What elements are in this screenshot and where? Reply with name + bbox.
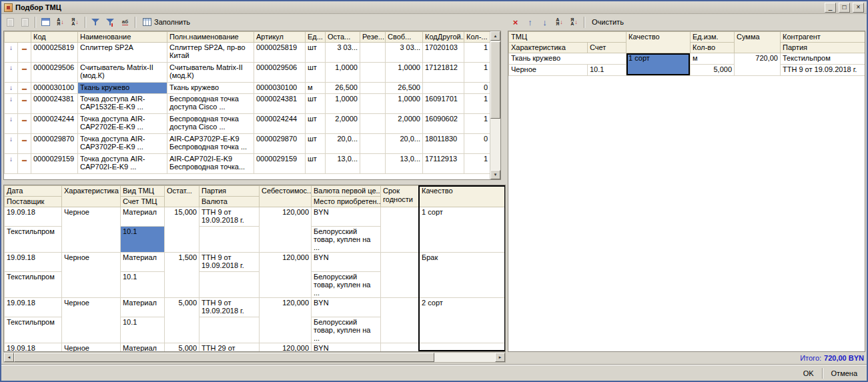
cell-supplier[interactable]: Текстильпром (5, 272, 62, 298)
scroll-left-button[interactable]: ◄ (4, 353, 14, 362)
cell-cost[interactable]: 120,000 (260, 343, 312, 353)
cell-date[interactable]: 19.09.18 (5, 298, 62, 317)
cell-account[interactable]: 10.1 (121, 317, 165, 343)
cell-code[interactable]: 0000030100 (31, 83, 78, 94)
cell-name[interactable]: Точка доступа AIR-CAP3702P-E-K9 ... (78, 134, 167, 154)
cell-name-selected[interactable]: Ткань кружево (78, 83, 167, 94)
cell-supplier[interactable]: Текстильпром (5, 227, 62, 253)
cell-shelf-life[interactable] (381, 207, 420, 253)
scroll-down-button[interactable]: ▼ (490, 170, 500, 179)
cell-characteristic[interactable]: Черное (62, 298, 121, 343)
cell-first-currency[interactable]: BYN (312, 343, 381, 353)
cell-account-selected[interactable]: 10.1 (121, 227, 165, 253)
cell-full-name[interactable]: Беспроводная точка доступа Cisco ... (167, 114, 254, 134)
cell-rest[interactable]: 20,0... (326, 134, 360, 154)
goods-row-selected[interactable]: ↓ ▬ 0000030100 Ткань кружево Ткань круже… (5, 83, 490, 94)
cell-quality[interactable]: 2 сорт (420, 298, 506, 343)
scroll-thumb[interactable] (14, 353, 434, 362)
cell-date[interactable]: 19.09.18 (5, 343, 62, 353)
cell-place[interactable]: Белорусский товар, куплен на ... (312, 317, 381, 343)
cell-qty[interactable]: 1 (464, 43, 490, 63)
cell-name[interactable]: Точка доступа AIR-CAP2702E-E-K9 ... (78, 114, 167, 134)
cell-sum[interactable]: 720,00 (735, 53, 781, 76)
cell-free[interactable]: 1,0000 (386, 63, 423, 83)
cell-first-currency[interactable]: BYN (312, 207, 381, 227)
cell-full-name[interactable]: Считыватель Matrix-II (мод.К) (167, 63, 254, 83)
find-button[interactable]: аб (118, 15, 132, 29)
sort-desc-button[interactable]: ЯА ↓ (68, 15, 82, 29)
cell-reserve[interactable] (360, 43, 386, 63)
move-down-button[interactable]: ↓ (538, 15, 552, 29)
cell-date[interactable]: 19.09.18 (5, 253, 62, 272)
ok-button[interactable]: OK (797, 368, 821, 379)
scroll-up-button[interactable]: ▲ (490, 31, 500, 41)
maximize-button[interactable]: □ (839, 3, 850, 13)
cell-tmc[interactable]: Ткань кружево (509, 53, 626, 65)
cell-unit[interactable]: шт (306, 94, 326, 114)
cell-batch[interactable]: ТТН 9 от 19.09.2018 г. (199, 253, 260, 272)
cell-free[interactable]: 20,0... (386, 134, 423, 154)
cell-name[interactable]: Точка доступа AIR-CAP1532E-E-K9 ... (78, 94, 167, 114)
batch-row[interactable]: 19.09.18 Черное Материал 5,000 ТТН 9 от … (5, 298, 506, 317)
cell-rest[interactable]: 15,000 (165, 207, 199, 253)
cell-place[interactable]: Белорусский товар, куплен на ... (312, 227, 381, 253)
goods-row[interactable]: ↓ ▬ 0000029159 Точка доступа AIR-CAP702I… (5, 154, 490, 174)
cancel-button[interactable]: Отмена (825, 368, 864, 379)
cell-qty[interactable]: 5,000 (691, 65, 735, 76)
cell-qty[interactable]: 1 (464, 154, 490, 174)
cell-currency[interactable] (199, 227, 260, 253)
cell-reserve[interactable] (360, 114, 386, 134)
cell-unit[interactable]: м (306, 83, 326, 94)
sort-desc-button[interactable]: ЯА ↓ (567, 15, 581, 29)
cell-full-name[interactable]: AIR-CAP702I-E-K9 Беспроводная точка... (167, 154, 254, 174)
cell-kind[interactable]: Материал (121, 343, 165, 353)
cell-rest[interactable]: 1,0000 (326, 94, 360, 114)
cell-full-name[interactable]: Сплиттер SP2A, пр-во Китай (167, 43, 254, 63)
cell-qty[interactable]: 1 (464, 114, 490, 134)
cell-qty[interactable]: 1 (464, 94, 490, 114)
cell-quality[interactable]: Брак (420, 253, 506, 298)
cell-reserve[interactable] (360, 63, 386, 83)
cell-other-code[interactable]: 17112913 (423, 154, 464, 174)
goods-row[interactable]: ↓ ▬ 0000029506 Считыватель Matrix-II (мо… (5, 63, 490, 83)
filter-by-value-button[interactable] (89, 15, 103, 29)
scroll-thumb[interactable] (490, 41, 500, 119)
cell-free[interactable]: 3 03... (386, 43, 423, 63)
cell-batch[interactable]: ТТН 9 от 19.09.2018 г. (199, 298, 260, 317)
fill-button[interactable]: Заполнить (139, 15, 194, 29)
cell-full-name[interactable]: Беспроводная точка доступа Cisco ... (167, 94, 254, 114)
cell-code[interactable]: 0000029506 (31, 63, 78, 83)
cell-rest[interactable]: 13,0... (326, 154, 360, 174)
cell-qty[interactable]: 1 (464, 63, 490, 83)
cell-other-code[interactable]: 16091701 (423, 94, 464, 114)
cell-article[interactable]: 0000030100 (254, 83, 306, 94)
sort-asc-button[interactable]: АЯ ↓ (53, 15, 67, 29)
cell-batch[interactable]: ТТН 29 от 19.09.2018 г. (199, 343, 260, 353)
cell-place[interactable]: Белорусский товар, куплен на ... (312, 272, 381, 298)
cell-rest[interactable]: 3 03... (326, 43, 360, 63)
cell-other-code[interactable]: 18011830 (423, 134, 464, 154)
cell-characteristic[interactable]: Черное (509, 65, 588, 76)
cell-unit[interactable]: шт (306, 63, 326, 83)
clear-button[interactable]: Очистить (588, 15, 628, 29)
cell-rest[interactable]: 5,000 (165, 298, 199, 343)
batch-row[interactable]: 19.09.18 Черное Материал 1,500 ТТН 9 от … (5, 253, 506, 272)
cell-cost[interactable]: 120,000 (260, 298, 312, 343)
cell-quality-selected[interactable]: 1 сорт (626, 53, 691, 76)
cell-first-currency[interactable]: BYN (312, 253, 381, 272)
cell-free[interactable]: 1,0000 (386, 94, 423, 114)
cell-unit[interactable]: шт (306, 43, 326, 63)
cell-date[interactable]: 19.09.18 (5, 207, 62, 227)
cell-free[interactable]: 26,500 (386, 83, 423, 94)
list-view-button[interactable] (39, 15, 53, 29)
cell-article[interactable]: 0000025819 (254, 43, 306, 63)
horizontal-scrollbar[interactable]: ◄ ► (3, 352, 506, 363)
cell-characteristic[interactable]: Черное (62, 343, 121, 353)
cell-article[interactable]: 0000029870 (254, 134, 306, 154)
cell-reserve[interactable] (360, 83, 386, 94)
cell-name[interactable]: Точка доступа AIR-CAP702I-E-K9 ... (78, 154, 167, 174)
cell-qty[interactable]: 0 (464, 134, 490, 154)
cell-characteristic[interactable]: Черное (62, 207, 121, 253)
cell-rest[interactable]: 26,500 (326, 83, 360, 94)
cell-article[interactable]: 0000029506 (254, 63, 306, 83)
